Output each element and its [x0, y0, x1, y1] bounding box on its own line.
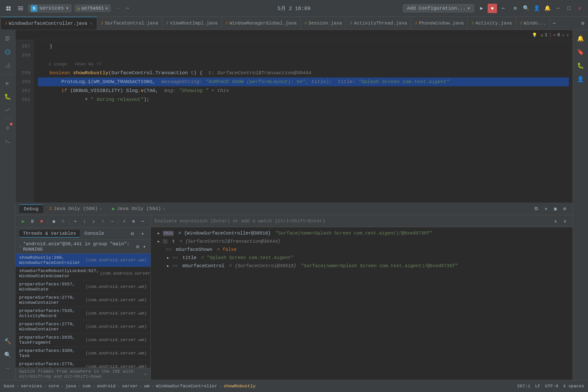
line-ending[interactable]: LF [535, 384, 540, 389]
tab-windowsurfacecontroller[interactable]: J WindowSurfaceController.java ✕ [1, 17, 97, 30]
tab-viewrootimpl[interactable]: J ViewRootImpl.java [162, 17, 222, 30]
var-expand-msurfacecontrol[interactable]: ▶ [166, 264, 170, 268]
thread-dropdown-icon[interactable]: ▾ [142, 244, 147, 250]
close-icon[interactable]: ✕ [575, 4, 584, 13]
mute-breakpoints-button[interactable]: ○ [59, 217, 67, 226]
filter-icon[interactable]: ⊟ [128, 230, 136, 238]
settings-debug-button[interactable]: ⋯ [138, 217, 147, 226]
project-badge[interactable]: S services ▾ [28, 4, 72, 12]
debug-tab-close-588[interactable]: ✕ [100, 206, 102, 211]
restore-watches-button[interactable]: ⊕ [129, 217, 138, 226]
tab-session[interactable]: J Session.java [300, 17, 346, 30]
stack-item-6[interactable]: prepareSurfaces:2835, TaskFragment (com.… [16, 334, 150, 347]
view-breakpoints-button[interactable]: ◉ [50, 217, 58, 226]
stack-item-1[interactable]: showSurfaceRobustlyLocked:527, WindowSta… [16, 267, 150, 280]
hint-close-button[interactable]: ✕ [144, 372, 147, 376]
breadcrumb-android[interactable]: android [97, 384, 116, 389]
more-run-icon[interactable]: ⋯ [498, 4, 508, 13]
stack-item-0[interactable]: showRobustly:260, WindowSurfaceControlle… [16, 254, 150, 267]
run-icon[interactable]: ▶ [477, 4, 486, 13]
sidebar-settings-icon[interactable]: ⚙ ! [2, 122, 14, 134]
back-arrow[interactable]: ← [114, 4, 122, 12]
breadcrumb-java[interactable]: java [66, 384, 76, 389]
var-expand-this[interactable]: ▶ [156, 231, 161, 236]
stack-item-3[interactable]: prepareSurfaces:2770, WindowContainer (c… [16, 294, 150, 307]
tab-windo[interactable]: J Windo... [516, 17, 550, 30]
more-icon[interactable]: ▾ [138, 230, 147, 238]
indent[interactable]: 4 spaces [563, 384, 584, 389]
step-over-button[interactable]: ↷ [71, 217, 79, 226]
menu-icon[interactable] [16, 4, 25, 13]
tab-close[interactable]: ✕ [89, 21, 93, 26]
sidebar-search-bottom-icon[interactable]: 🔍 [2, 349, 14, 361]
step-into-button[interactable]: ↓ [80, 217, 88, 226]
notifications-icon[interactable]: 🔔 [543, 4, 552, 13]
debug-close-icon[interactable]: ✕ [542, 205, 550, 213]
debug-tab-debug[interactable]: Debug [19, 204, 43, 213]
tab-windowmanagerglobal[interactable]: J WindowManagerGlobal.java [222, 17, 301, 30]
sidebar-terminal-icon[interactable] [2, 135, 14, 147]
right-sidebar-bookmark-icon[interactable]: 🔖 [575, 46, 586, 58]
step-out-button[interactable]: ↑ [99, 217, 107, 226]
breadcrumb-class[interactable]: WindowSurfaceController [156, 384, 217, 389]
tab-phonewindow[interactable]: J PhoneWindow.java [411, 17, 468, 30]
profile-icon[interactable]: 👤 [532, 4, 541, 13]
eval-up-icon[interactable]: ∧ [552, 217, 560, 225]
stack-item-2[interactable]: prepareSurfaces:5557, WindowState (com.a… [16, 280, 150, 294]
tab-activity[interactable]: J Activity.java [468, 17, 516, 30]
tabs-more[interactable]: ⋯ [550, 19, 558, 28]
breadcrumb-server[interactable]: server [122, 384, 138, 389]
search-icon[interactable]: 🔍 [521, 4, 530, 13]
sidebar-project-icon[interactable] [2, 33, 14, 44]
debug-restore-icon[interactable]: ⧉ [532, 205, 540, 213]
debug-tab-java584[interactable]: ▶ Java Only (584) ✕ [107, 204, 170, 213]
threads-variables-tab[interactable]: Threads & Variables [19, 230, 80, 238]
minimize-icon[interactable]: — [554, 4, 563, 13]
prev-issue-icon[interactable]: ∧ [562, 32, 564, 38]
breadcrumb-base[interactable]: base [4, 384, 14, 389]
thread-filter-icon[interactable]: ⊟ [135, 244, 140, 250]
force-step-into-button[interactable]: ⇓ [90, 217, 98, 226]
stop-debug-button[interactable]: ■ [38, 217, 46, 226]
var-expand-t[interactable]: ▶ [156, 239, 161, 244]
breadcrumb-method[interactable]: showRobustly [224, 384, 256, 389]
lamp-icon[interactable]: 💡 [530, 31, 538, 39]
breadcrumb-services[interactable]: services [21, 384, 42, 389]
sidebar-debug-icon[interactable]: 🐛 [2, 91, 14, 102]
code-lines[interactable]: } 1 usage Ahan Wu +7 boolean showRobustl… [34, 40, 572, 202]
var-item-msurfaceshown[interactable]: ○○ mSurfaceShown = false [151, 246, 572, 254]
breadcrumb-wm[interactable]: wm [144, 384, 150, 389]
sidebar-git-icon[interactable] [2, 60, 14, 72]
right-sidebar-debug-icon[interactable]: 🐛 [575, 60, 586, 72]
stack-item-5[interactable]: prepareSurfaces:2770, WindowContainer (c… [16, 320, 150, 334]
pause-button[interactable]: ⏸ [28, 217, 36, 226]
maximize-icon[interactable]: □ [564, 4, 574, 13]
debug-settings-icon[interactable]: ⚙ [560, 205, 569, 213]
forward-arrow[interactable]: → [123, 4, 131, 12]
run-to-cursor-button[interactable]: → [108, 217, 116, 226]
resume-button[interactable]: ▶ [19, 217, 27, 226]
eval-input[interactable] [154, 218, 550, 224]
var-item-title[interactable]: ▶ ○○ title = "Splash Screen com.test.aig… [151, 254, 572, 262]
cursor-position[interactable]: 267:1 [517, 384, 530, 389]
eval-down-icon[interactable]: ∨ [561, 217, 569, 225]
stack-list[interactable]: showRobustly:260, WindowSurfaceControlle… [16, 254, 150, 368]
stop-button[interactable]: ■ [488, 4, 497, 13]
settings-icon[interactable]: ⚙ [510, 4, 520, 13]
debug-tab-java588[interactable]: J Java Only (588) ✕ [44, 205, 106, 213]
sidebar-run-icon[interactable]: ▶ [2, 77, 14, 89]
stack-item-4[interactable]: prepareSurfaces:7535, ActivityRecord (co… [16, 307, 150, 320]
sidebar-build-icon[interactable]: 🔨 [2, 336, 14, 347]
var-expand-title[interactable]: ▶ [166, 256, 170, 260]
tab-activitythread[interactable]: J ActivityThread.java [346, 17, 411, 30]
var-item-t[interactable]: ▶ ⬛ t = {SurfaceControl$Transaction@3044… [151, 237, 572, 246]
console-tab[interactable]: Console [81, 230, 108, 238]
stack-item-7[interactable]: prepareSurfaces:3309, Task (com.android.… [16, 347, 150, 360]
encoding[interactable]: UTF-8 [545, 384, 558, 389]
right-sidebar-profile-icon[interactable]: 👤 [575, 73, 586, 85]
next-issue-icon[interactable]: ∨ [566, 32, 569, 38]
activities-icon[interactable] [4, 4, 13, 13]
evaluate-button[interactable]: ⚡ [120, 217, 128, 226]
warning-badge[interactable]: ⚠ ae75a661 ▾ [74, 4, 111, 12]
tabs-settings[interactable]: ⚙ [579, 19, 587, 28]
